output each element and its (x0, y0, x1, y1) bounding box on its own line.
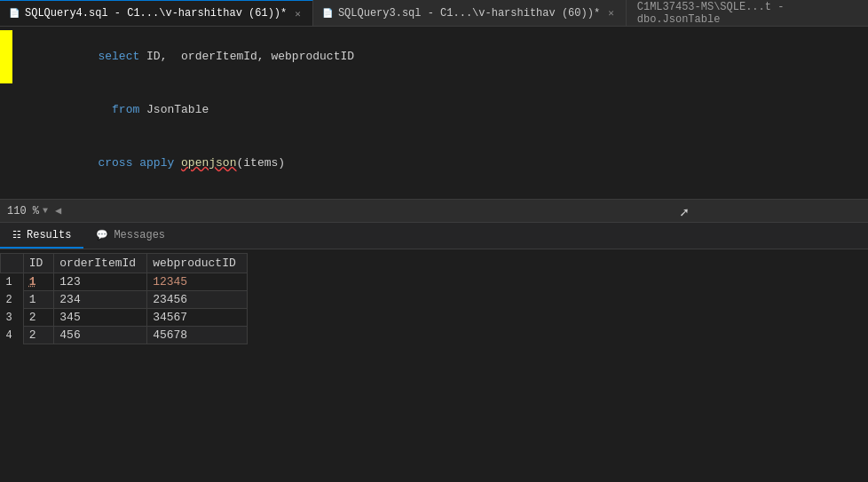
fn-openjson: openjson (181, 156, 236, 170)
code-text-3 (174, 156, 181, 170)
table-row: 4 2 456 45678 (1, 327, 248, 344)
results-panel: ☷ Results 💬 Messages ID orderItemId webp… (0, 223, 868, 348)
editor-area[interactable]: select ID, orderItemId, webproductID fro… (0, 27, 868, 200)
zoom-value-label: 110 % (7, 205, 39, 217)
code-lines: select ID, orderItemId, webproductID fro… (0, 30, 868, 200)
col-header-orderitemid: orderItemId (54, 254, 147, 273)
messages-icon: 💬 (96, 229, 108, 241)
editor-line-4: with (orderItemId INT, webproductID INT) (0, 190, 868, 200)
tab-bar: 📄 SQLQuery4.sql - C1...\v-harshithav (61… (0, 0, 868, 27)
code-text-2: JsonTable (139, 103, 209, 116)
col-header-id: ID (23, 254, 54, 273)
zoom-dropdown-arrow[interactable]: ▼ (43, 206, 48, 216)
row-num-1: 1 (1, 273, 24, 291)
editor-line-2: from JsonTable (0, 83, 868, 137)
keyword-select: select (98, 50, 139, 63)
row-num-4: 4 (1, 327, 24, 344)
tab-label-2: SQLQuery3.sql - C1...\v-harshithav (60))… (338, 7, 600, 20)
results-grid-icon: ☷ (12, 229, 21, 241)
tab-close-2[interactable]: ✕ (605, 6, 617, 20)
table-header-row: ID orderItemId webproductID (1, 254, 248, 273)
table-row: 3 2 345 34567 (1, 309, 248, 327)
col-header-webproductid: webproductID (147, 254, 248, 273)
messages-tab-label: Messages (114, 229, 165, 241)
line-indicator-1 (0, 30, 12, 83)
code-text: ID, orderItemId, webproductID (139, 50, 354, 63)
keyword-from: from (98, 103, 139, 116)
tab-sqlquery4[interactable]: 📄 SQLQuery4.sql - C1...\v-harshithav (61… (0, 0, 313, 26)
cell-webprod-1: 12345 (147, 273, 248, 291)
id-value-1: 1 (29, 275, 36, 288)
tab-results[interactable]: ☷ Results (0, 223, 83, 249)
cell-orderitemid-1: 123 (54, 273, 147, 291)
table-row: 2 1 234 23456 (1, 291, 248, 309)
cell-orderitemid-2: 234 (54, 291, 147, 309)
line-content-4: with (orderItemId INT, webproductID INT) (39, 190, 868, 200)
webprod-value-1: 12345 (153, 275, 187, 288)
editor-line-1: select ID, orderItemId, webproductID (0, 30, 868, 83)
line-content-1: select ID, orderItemId, webproductID (39, 30, 868, 83)
line-content-3: cross apply openjson(items) (39, 137, 868, 190)
tab-sqlquery3[interactable]: 📄 SQLQuery3.sql - C1...\v-harshithav (60… (313, 0, 627, 26)
cell-orderitemid-4: 456 (54, 327, 147, 344)
col-header-rownum (1, 254, 24, 273)
cell-id-1: 1 (23, 273, 54, 291)
scroll-left-arrow[interactable]: ◀ (55, 204, 61, 217)
breadcrumb-text: C1ML37453-MS\SQLE...t - dbo.JsonTable (637, 1, 857, 26)
cell-orderitemid-3: 345 (54, 309, 147, 327)
table-row: 1 1 123 12345 (1, 273, 248, 291)
tab-close-1[interactable]: ✕ (292, 7, 304, 20)
keyword-cross-apply: cross apply (98, 156, 174, 170)
tab-label-1: SQLQuery4.sql - C1...\v-harshithav (61))… (25, 7, 287, 20)
row-num-3: 3 (1, 309, 24, 327)
code-text-3b: (items) (236, 156, 285, 170)
cell-id-4: 2 (23, 327, 54, 344)
editor-line-3: cross apply openjson(items) (0, 137, 868, 190)
tab-messages[interactable]: 💬 Messages (83, 223, 178, 249)
cell-webprod-4: 45678 (147, 327, 248, 344)
cell-webprod-2: 23456 (147, 291, 248, 309)
zoom-bar: 110 % ▼ ◀ (0, 200, 868, 223)
sql-file-icon-2: 📄 (322, 8, 333, 19)
cell-webprod-3: 34567 (147, 309, 248, 327)
row-num-2: 2 (1, 291, 24, 309)
cell-id-2: 1 (23, 291, 54, 309)
results-tab-label: Results (27, 229, 71, 241)
data-table-wrap: ID orderItemId webproductID 1 1 123 1234… (0, 249, 868, 348)
sql-file-icon: 📄 (9, 8, 20, 19)
cell-id-3: 2 (23, 309, 54, 327)
results-table: ID orderItemId webproductID 1 1 123 1234… (0, 253, 248, 344)
line-content-2: from JsonTable (39, 83, 868, 137)
results-tab-bar: ☷ Results 💬 Messages (0, 223, 868, 249)
breadcrumb: C1ML37453-MS\SQLE...t - dbo.JsonTable (627, 0, 868, 26)
